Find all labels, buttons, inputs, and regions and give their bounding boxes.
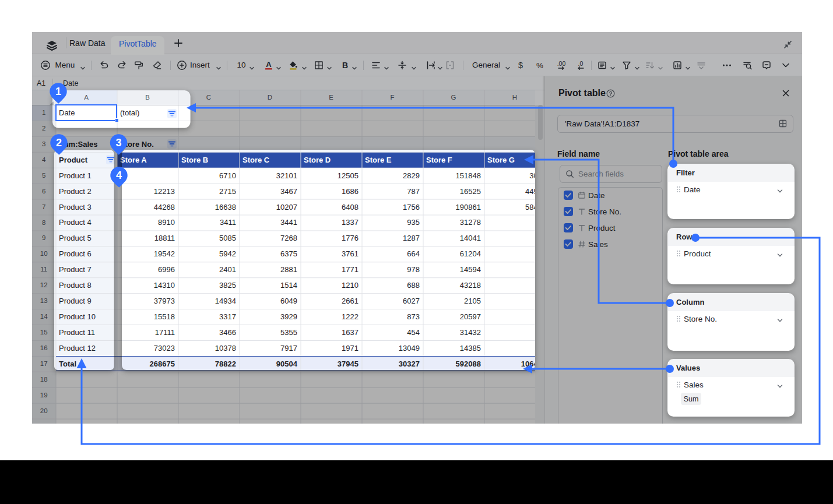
pivot-value-cell[interactable]: 2105 [424, 293, 484, 309]
row-header-8[interactable]: 8 [32, 215, 56, 231]
row-header-7[interactable]: 7 [32, 199, 56, 215]
pivot-value-cell[interactable]: 1222 [301, 309, 361, 325]
sheet-grid[interactable]: ABCDEFGH1234567891011121314151617181920D… [32, 90, 535, 424]
chevron-down-icon[interactable] [437, 63, 443, 73]
redo-icon[interactable] [117, 60, 127, 73]
drag-handle-icon[interactable] [676, 249, 681, 260]
valign-middle-icon[interactable] [397, 60, 407, 73]
pivot-value-cell[interactable]: 14594 [424, 262, 484, 277]
chevron-down-icon[interactable] [658, 63, 663, 73]
chevron-down-icon[interactable] [276, 63, 282, 73]
pivot-total-value[interactable]: 30327 [363, 356, 423, 372]
row-header-19[interactable]: 19 [32, 387, 56, 403]
pivot-col-header[interactable]: Store A [118, 152, 178, 168]
column-header-G[interactable]: G [423, 90, 484, 105]
pivot-row-label[interactable]: Product 3 [57, 199, 117, 215]
pivot-value-cell[interactable]: 15518 [118, 309, 178, 325]
chevron-down-icon[interactable] [411, 63, 417, 73]
row-header-5[interactable]: 5 [32, 168, 56, 184]
pivot-value-cell[interactable]: 3929 [240, 309, 300, 325]
chevron-down-icon[interactable] [776, 251, 783, 261]
pivot-total-label[interactable]: Total [57, 356, 117, 372]
field-item-store-no-[interactable]: Store No. [561, 204, 660, 219]
pivot-value-cell[interactable]: 6710 [179, 168, 239, 184]
pivot-value-cell[interactable]: 4495 [485, 184, 536, 199]
chevron-down-icon[interactable] [80, 63, 86, 73]
pivot-value-cell[interactable]: 6408 [301, 199, 361, 215]
row-header-9[interactable]: 9 [32, 230, 56, 246]
chevron-down-icon[interactable] [776, 316, 783, 326]
row-header-6[interactable]: 6 [32, 184, 56, 199]
pivot-value-cell[interactable]: 37973 [118, 293, 178, 309]
pivot-row-label[interactable]: Product 7 [57, 262, 117, 277]
pivot-value-cell[interactable]: 3761 [301, 246, 361, 262]
pivot-value-cell[interactable]: 3317 [179, 309, 239, 325]
row-header-18[interactable]: 18 [32, 372, 56, 387]
chevron-down-icon[interactable] [776, 186, 783, 197]
row-header-16[interactable]: 16 [32, 340, 56, 356]
pivot-row-label[interactable]: Product 4 [57, 215, 117, 231]
pivot-value-cell[interactable]: 16638 [179, 199, 239, 215]
pivot-value-cell[interactable]: 14934 [179, 293, 239, 309]
drag-handle-icon[interactable] [676, 380, 681, 391]
pivot-value-cell[interactable]: 5085 [179, 230, 239, 246]
text-wrap-icon[interactable] [426, 60, 436, 73]
row-header-20[interactable]: 20 [32, 403, 56, 419]
pivot-value-cell[interactable]: 1210 [301, 277, 361, 293]
formula-input[interactable]: Date [63, 79, 78, 87]
pivot-value-cell[interactable]: 1337 [301, 215, 361, 231]
pivot-value-cell[interactable]: 3411 [179, 215, 239, 231]
chevron-down-icon[interactable] [685, 63, 691, 73]
close-icon[interactable] [782, 89, 790, 100]
add-sheet-icon[interactable] [174, 38, 183, 50]
pivot-value-cell[interactable]: 3467 [240, 184, 300, 199]
pivot-col-header[interactable]: Store E [363, 152, 423, 168]
row-header-13[interactable]: 13 [32, 293, 56, 309]
paint-format-icon[interactable] [133, 60, 144, 73]
pivot-value-cell[interactable]: 7917 [240, 340, 300, 356]
more-icon[interactable] [722, 60, 732, 73]
pivot-col-header[interactable]: Store C [240, 152, 300, 168]
stack-icon[interactable] [696, 60, 707, 73]
eraser-icon[interactable] [152, 60, 162, 73]
row-header-11[interactable]: 11 [32, 262, 56, 277]
layers-icon[interactable] [45, 39, 58, 54]
find-icon[interactable] [742, 60, 753, 73]
pivot-row-label[interactable]: Product 5 [57, 230, 117, 246]
pivot-value-cell[interactable]: 14385 [424, 340, 484, 356]
filter-dropdown-icon-a4[interactable] [106, 155, 115, 164]
vertical-scrollbar-thumb[interactable] [538, 105, 543, 140]
fill-color-icon[interactable] [288, 60, 298, 73]
row-header-14[interactable]: 14 [32, 309, 56, 325]
pivot-value-cell[interactable]: 8910 [118, 215, 178, 231]
chevron-down-icon[interactable] [216, 63, 222, 73]
sort-icon[interactable] [645, 60, 655, 73]
chevron-down-icon[interactable] [352, 63, 357, 73]
pivot-total-value[interactable]: 37945 [301, 356, 361, 372]
field-item-sales[interactable]: Sales [561, 237, 660, 252]
pivot-value-cell[interactable]: 306 [485, 168, 536, 184]
pivot-value-cell[interactable]: 664 [363, 246, 423, 262]
pivot-value-cell[interactable]: 3441 [240, 215, 300, 231]
pivot-value-cell[interactable]: 19542 [118, 246, 178, 262]
aggregation-chip[interactable]: Sum [681, 393, 701, 405]
drag-handle-icon[interactable] [676, 315, 681, 325]
pivot-value-cell[interactable]: 1287 [363, 230, 423, 246]
tab-raw-data[interactable]: Raw Data [69, 38, 105, 48]
pivot-value-cell[interactable]: 1686 [301, 184, 361, 199]
pivot-value-cell[interactable]: 5355 [240, 325, 300, 340]
row-header-15[interactable]: 15 [32, 325, 56, 340]
comment-icon[interactable] [761, 60, 772, 73]
pivot-value-cell[interactable]: 44268 [118, 199, 178, 215]
card-field-item[interactable]: Store No. [668, 311, 795, 326]
chevron-down-icon[interactable] [505, 63, 511, 73]
select-all-corner[interactable] [32, 90, 56, 105]
merge-icon[interactable] [445, 60, 455, 73]
pivot-row-label[interactable]: Product 9 [57, 293, 117, 309]
pivot-col-header[interactable]: Store F [424, 152, 484, 168]
selection-handle[interactable] [115, 118, 119, 122]
pivot-row-label[interactable]: Product 11 [57, 325, 117, 340]
pivot-value-cell[interactable]: 1514 [240, 277, 300, 293]
pivot-value-cell[interactable]: 688 [363, 277, 423, 293]
pivot-total-value[interactable]: 90504 [240, 356, 300, 372]
